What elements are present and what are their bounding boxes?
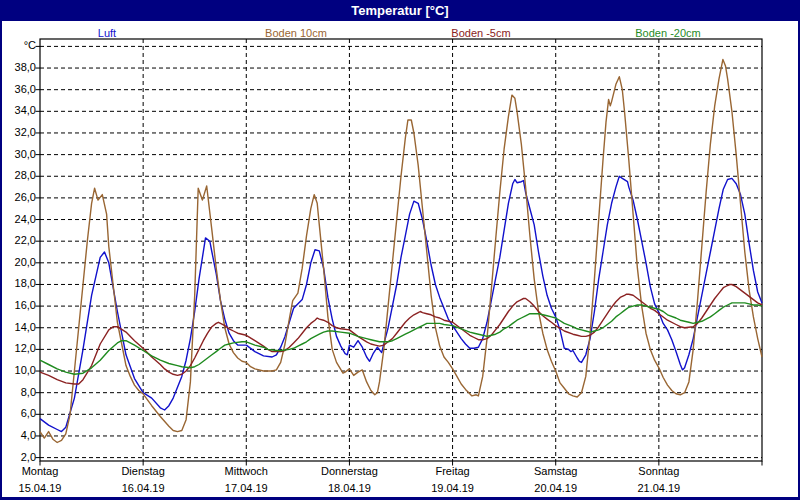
y-axis-tick-label: 28,0 (0, 169, 36, 181)
x-axis-date-label: 18.04.19 (304, 482, 394, 494)
y-axis-tick-label: 8,0 (0, 386, 36, 398)
y-axis-tick-label: 34,0 (0, 104, 36, 116)
y-axis-tick-label: 24,0 (0, 213, 36, 225)
y-axis-tick-label: 38,0 (0, 61, 36, 73)
y-axis-tick-label: 22,0 (0, 234, 36, 246)
y-axis-tick-label: 6,0 (0, 407, 36, 419)
x-axis-day-label: Donnerstag (304, 465, 394, 477)
x-axis-day-label: Mittwoch (201, 465, 291, 477)
x-axis-date-label: 21.04.19 (614, 482, 704, 494)
x-axis-date-label: 19.04.19 (408, 482, 498, 494)
y-axis-tick-label: 2,0 (0, 451, 36, 463)
y-axis-tick-label: 18,0 (0, 277, 36, 289)
y-axis-tick-label: 10,0 (0, 364, 36, 376)
y-axis-tick-label: 32,0 (0, 126, 36, 138)
x-axis-date-label: 17.04.19 (201, 482, 291, 494)
x-axis-day-label: Dienstag (98, 465, 188, 477)
x-axis-date-label: 16.04.19 (98, 482, 188, 494)
y-axis-tick-label: 36,0 (0, 83, 36, 95)
series-line-boden-10cm (40, 59, 762, 442)
x-axis-day-label: Freitag (408, 465, 498, 477)
series-line-luft (40, 176, 762, 431)
y-axis-tick-label: 12,0 (0, 342, 36, 354)
y-axis-tick-label: 30,0 (0, 148, 36, 160)
x-axis-date-label: 20.04.19 (511, 482, 601, 494)
plot-border (40, 39, 762, 461)
y-axis-tick-label: 14,0 (0, 321, 36, 333)
y-axis-tick-label: 4,0 (0, 429, 36, 441)
y-axis-tick-label: 26,0 (0, 191, 36, 203)
x-axis-date-label: 15.04.19 (0, 482, 85, 494)
x-axis-day-label: Montag (0, 465, 85, 477)
y-axis-tick-label: 16,0 (0, 299, 36, 311)
x-axis-day-label: Sonntag (614, 465, 704, 477)
y-axis-tick-label: 20,0 (0, 256, 36, 268)
x-axis-day-label: Samstag (511, 465, 601, 477)
y-axis-unit-label: °C (0, 39, 36, 51)
series-line-boden-20cm (40, 303, 762, 374)
temperature-chart (0, 0, 800, 500)
